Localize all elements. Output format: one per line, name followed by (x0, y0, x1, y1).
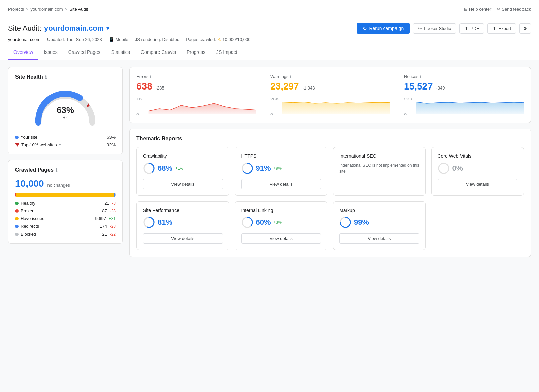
svg-text:1K: 1K (136, 97, 142, 101)
crawled-pages-card: Crawled Pages ℹ 10,000 no changes Health… (8, 160, 123, 244)
issues-dot (15, 217, 19, 220)
tab-js-impact[interactable]: JS Impact (211, 45, 243, 60)
breadcrumb-sep2: > (65, 7, 68, 12)
breadcrumb-sep1: > (26, 7, 29, 12)
svg-text:0: 0 (136, 113, 139, 116)
notices-info-icon[interactable]: ℹ (420, 74, 421, 79)
internal-linking-name: Internal Linking (241, 208, 321, 213)
site-health-title: Site Health ℹ (15, 74, 116, 80)
export-button[interactable]: ⬆ Export (487, 23, 516, 34)
header-row1: Site Audit: yourdomain.com ▾ ↻ Rerun cam… (8, 23, 531, 34)
crawled-pages-info-icon[interactable]: ℹ (56, 168, 57, 173)
crawlability-view-button[interactable]: View details (143, 179, 223, 189)
site-health-info-icon[interactable]: ℹ (45, 75, 47, 80)
meta-pages-crawled: Pages crawled: ⚠ 10,000/10,000 (186, 37, 250, 42)
internal-linking-view-button[interactable]: View details (241, 233, 321, 244)
intl-seo-note: International SEO is not implemented on … (339, 162, 419, 174)
your-site-dot (15, 136, 19, 139)
thematic-reports-title: Thematic Reports (136, 136, 524, 142)
report-card-intl-seo: International SEO International SEO is n… (333, 147, 426, 196)
core-web-vitals-name: Core Web Vitals (438, 153, 518, 159)
gauge-container: 63% +2 (15, 85, 116, 129)
top10-pct: 92% (107, 142, 116, 147)
healthy-label: Healthy (15, 201, 35, 206)
notices-delta: -349 (436, 85, 445, 91)
main-content: Site Health ℹ 63% +2 (0, 60, 539, 264)
report-card-site-performance: Site Performance 81% View details (136, 201, 229, 250)
header: Site Audit: yourdomain.com ▾ ↻ Rerun cam… (0, 19, 539, 60)
issues-label: Have issues (15, 216, 44, 221)
legend-your-site: Your site 63% (15, 135, 116, 140)
upload-icon: ⬆ (465, 26, 468, 31)
site-performance-pct-row: 81% (143, 216, 223, 228)
feedback-icon: ✉ (497, 7, 500, 12)
meta-js-rendering: JS rendering: Disabled (135, 37, 180, 42)
rerun-icon: ↻ (363, 26, 367, 31)
report-card-markup: Markup 99% View details (333, 201, 426, 250)
markup-view-button[interactable]: View details (339, 233, 419, 244)
crawlability-pct: 68% (158, 164, 172, 173)
tab-crawled-pages[interactable]: Crawled Pages (63, 45, 106, 60)
notices-label: Notices ℹ (404, 74, 524, 79)
notices-value: 15,527 (404, 81, 433, 92)
left-panel: Site Health ℹ 63% +2 (8, 67, 123, 257)
pb-issues (16, 193, 114, 197)
tab-progress[interactable]: Progress (181, 45, 211, 60)
warnings-info-icon[interactable]: ℹ (290, 74, 291, 79)
site-audit-title: Site Audit: yourdomain.com ▾ (8, 24, 109, 33)
notices-item: Notices ℹ 15,527 -349 (397, 67, 531, 123)
site-performance-pct: 81% (158, 218, 172, 227)
tab-compare-crawls[interactable]: Compare Crawls (135, 45, 181, 60)
right-panel: Errors ℹ 638 -285 1K (129, 67, 531, 257)
tab-issues[interactable]: Issues (38, 45, 63, 60)
header-buttons: ↻ Rerun campaign ⚇ Looker Studio ⬆ PDF ⬆… (357, 23, 531, 34)
top10-chevron-icon[interactable]: ▾ (59, 143, 61, 147)
looker-studio-button[interactable]: ⚇ Looker Studio (413, 23, 456, 34)
rerun-campaign-button[interactable]: ↻ Rerun campaign (357, 23, 410, 34)
crawled-no-changes: no changes (47, 183, 70, 188)
pages-legend: Healthy 21 -8 Broken 87 -23 (15, 201, 116, 237)
redirects-label: Redirects (15, 224, 39, 229)
tab-statistics[interactable]: Statistics (106, 45, 135, 60)
help-center-link[interactable]: ⊞ Help center (464, 7, 491, 12)
export-icon: ⬆ (493, 26, 496, 31)
top10-label: Top-10% websites ▾ (15, 142, 61, 147)
warnings-chart-svg: 26K 0 (270, 96, 390, 116)
tab-overview[interactable]: Overview (8, 45, 38, 60)
domain-chevron-icon[interactable]: ▾ (106, 25, 109, 32)
pb-blocked (115, 193, 116, 197)
send-feedback-link[interactable]: ✉ Send feedback (497, 7, 531, 12)
header-domain[interactable]: yourdomain.com (44, 24, 104, 33)
mobile-icon: 📱 (109, 37, 114, 42)
redirects-count: 174 -28 (100, 224, 116, 229)
internal-linking-delta: +3% (274, 220, 282, 225)
svg-text:0: 0 (404, 113, 407, 116)
broken-dot (15, 209, 19, 213)
svg-point-11 (439, 163, 449, 173)
https-view-button[interactable]: View details (241, 179, 321, 189)
settings-button[interactable]: ⚙ (519, 23, 531, 34)
https-delta: +9% (274, 166, 282, 171)
internal-linking-progress-ring (241, 216, 253, 228)
core-web-vitals-pct-row: 0% (438, 162, 518, 174)
breadcrumb-domain[interactable]: yourdomain.com (31, 7, 63, 12)
your-site-label: Your site (15, 135, 37, 140)
tabs: Overview Issues Crawled Pages Statistics… (8, 45, 531, 60)
errors-item: Errors ℹ 638 -285 1K (130, 67, 263, 123)
errors-info-icon[interactable]: ℹ (150, 74, 151, 79)
site-performance-view-button[interactable]: View details (143, 233, 223, 244)
top-bar: Projects > yourdomain.com > Site Audit ⊞… (0, 0, 539, 19)
broken-label: Broken (15, 208, 34, 213)
warnings-value-row: 23,297 -1,043 (270, 81, 390, 92)
meta-device: 📱 Mobile (109, 37, 128, 42)
core-web-vitals-view-button[interactable]: View details (438, 179, 518, 189)
pdf-button[interactable]: ⬆ PDF (459, 23, 484, 34)
errors-value-row: 638 -285 (136, 81, 256, 92)
markup-pct-row: 99% (339, 216, 419, 228)
breadcrumb-projects[interactable]: Projects (8, 7, 24, 12)
blocked-count: 21 -22 (102, 231, 116, 237)
crawlability-delta: +1% (175, 166, 183, 171)
reports-grid-row1: Crawlability 68% +1% View details HTTPS (136, 147, 524, 196)
site-performance-name: Site Performance (143, 208, 223, 213)
redirects-dot (15, 225, 19, 228)
